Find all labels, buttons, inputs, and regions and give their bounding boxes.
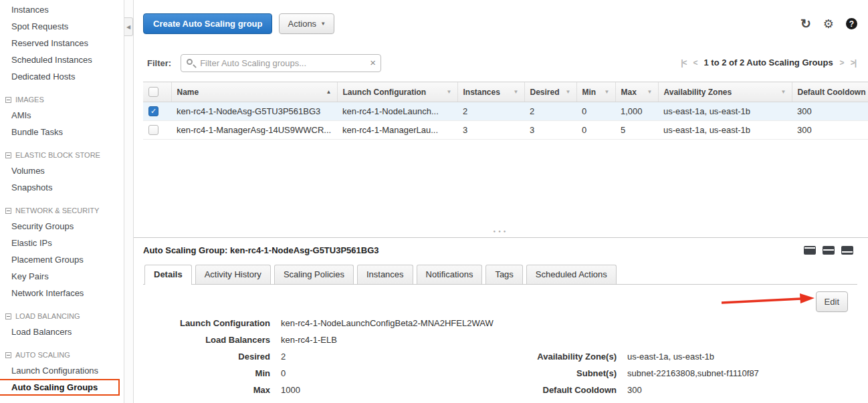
previous-page-icon[interactable]: < (693, 58, 697, 68)
filter-label: Filter: (147, 58, 171, 68)
field-label: Launch Configuration (146, 318, 270, 328)
filter-input[interactable] (181, 54, 381, 72)
help-icon[interactable]: ? (846, 18, 857, 29)
collapse-section-icon (5, 208, 11, 214)
row-checkbox[interactable] (148, 125, 158, 135)
sidebar-item-bundle-tasks[interactable]: Bundle Tasks (0, 124, 124, 140)
table-row[interactable]: ken-rc4-1-NodeAsg-G5TU3P561BG3 ken-rc4-1… (143, 102, 868, 121)
first-page-icon[interactable]: |< (681, 58, 686, 68)
sidebar-item-spot-requests[interactable]: Spot Requests (0, 18, 124, 35)
tab-tags[interactable]: Tags (485, 265, 522, 284)
sidebar-collapse-button[interactable]: ◀ (124, 17, 133, 36)
sidebar-item-load-balancers[interactable]: Load Balancers (0, 323, 124, 340)
column-header-min[interactable]: Min ▼ (576, 82, 615, 102)
sort-ascending-icon: ▲ (326, 89, 332, 95)
main-content: Create Auto Scaling group Actions ▼ ↻ ⚙ … (134, 0, 868, 403)
gear-icon[interactable]: ⚙ (823, 18, 834, 30)
details-header: Auto Scaling Group: ken-rc4-1-NodeAsg-G5… (143, 245, 857, 255)
tab-notifications[interactable]: Notifications (417, 265, 483, 284)
cell-min: 0 (576, 102, 615, 121)
tab-activity-history[interactable]: Activity History (195, 265, 271, 284)
last-page-icon[interactable]: >| (851, 58, 856, 68)
details-title: Auto Scaling Group: ken-rc4-1-NodeAsg-G5… (143, 245, 379, 255)
panel-resize-handle[interactable]: ●●● (494, 229, 509, 233)
sidebar-item-auto-scaling-groups[interactable]: Auto Scaling Groups (0, 379, 120, 396)
cell-desired: 2 (524, 102, 576, 121)
column-header-select-all[interactable] (143, 82, 171, 102)
sidebar-item-key-pairs[interactable]: Key Pairs (0, 268, 124, 285)
sidebar-item-launch-configurations[interactable]: Launch Configurations (0, 362, 124, 379)
sidebar: Instances Spot Requests Reserved Instanc… (0, 0, 124, 403)
edit-button[interactable]: Edit (816, 291, 848, 312)
sidebar-item-volumes[interactable]: Volumes (0, 162, 124, 179)
sidebar-section-auto-scaling[interactable]: AUTO SCALING (0, 347, 124, 362)
clear-filter-icon[interactable]: × (370, 57, 376, 68)
sidebar-item-dedicated-hosts[interactable]: Dedicated Hosts (0, 68, 124, 85)
field-launch-configuration: Launch Configuration ken-rc4-1-NodeLaunc… (146, 318, 857, 335)
sidebar-item-instances[interactable]: Instances (0, 1, 124, 18)
tab-instances[interactable]: Instances (357, 265, 413, 284)
sidebar-item-amis[interactable]: AMIs (0, 107, 124, 124)
create-auto-scaling-group-button[interactable]: Create Auto Scaling group (143, 13, 272, 34)
column-header-launch-configuration[interactable]: Launch Configuration ▼ (337, 82, 457, 102)
sort-caret-icon: ▼ (514, 89, 519, 95)
sidebar-item-scheduled-instances[interactable]: Scheduled Instances (0, 51, 124, 68)
layout-bottom-pane-icon[interactable] (841, 246, 853, 255)
sidebar-section-images[interactable]: IMAGES (0, 92, 124, 107)
layout-full-pane-icon[interactable] (804, 246, 816, 255)
row-checkbox-checked[interactable] (148, 106, 158, 116)
field-default-cooldown: Default Cooldown 300 (494, 385, 759, 402)
sidebar-item-network-interfaces[interactable]: Network Interfaces (0, 285, 124, 301)
cell-launch-configuration: ken-rc4-1-NodeLaunch... (337, 102, 457, 121)
cell-instances: 2 (457, 102, 524, 121)
column-header-default-cooldown[interactable]: Default Cooldown (792, 82, 868, 102)
utility-icons: ↻ ⚙ ? (800, 17, 857, 30)
layout-split-pane-icon[interactable] (823, 246, 835, 255)
sidebar-item-placement-groups[interactable]: Placement Groups (0, 251, 124, 268)
sidebar-section-load-balancing[interactable]: LOAD BALANCING (0, 308, 124, 323)
field-label: Subnet(s) (494, 368, 617, 378)
select-all-checkbox[interactable] (148, 87, 158, 97)
sidebar-section-label: IMAGES (15, 95, 44, 105)
field-value: 300 (627, 385, 642, 395)
column-header-max[interactable]: Max ▼ (615, 82, 658, 102)
column-header-instances[interactable]: Instances ▼ (457, 82, 524, 102)
sort-caret-icon: ▼ (566, 89, 571, 95)
sidebar-item-security-groups[interactable]: Security Groups (0, 218, 124, 235)
sidebar-splitter[interactable]: ◀ (124, 0, 134, 403)
actions-button-label: Actions (288, 19, 316, 29)
column-header-desired[interactable]: Desired ▼ (524, 82, 576, 102)
actions-button[interactable]: Actions ▼ (279, 13, 334, 34)
cell-select (143, 102, 171, 121)
sort-caret-icon: ▼ (447, 89, 452, 95)
sort-caret-icon: ▼ (781, 89, 786, 95)
cell-default-cooldown: 300 (792, 121, 868, 140)
sidebar-item-elastic-ips[interactable]: Elastic IPs (0, 235, 124, 251)
field-value: subnet-22163808,subnet-f1110f87 (627, 368, 759, 378)
column-label: Desired (530, 88, 560, 97)
tab-scheduled-actions[interactable]: Scheduled Actions (526, 265, 617, 284)
sidebar-section-network-security[interactable]: NETWORK & SECURITY (0, 203, 124, 218)
column-header-availability-zones[interactable]: Availability Zones ▼ (658, 82, 792, 102)
sidebar-section-label: LOAD BALANCING (15, 311, 80, 321)
sidebar-item-snapshots[interactable]: Snapshots (0, 179, 124, 196)
cell-default-cooldown: 300 (792, 102, 868, 121)
layout-toggle-icons (804, 246, 853, 255)
cell-max: 1,000 (615, 102, 658, 121)
sidebar-item-reserved-instances[interactable]: Reserved Instances (0, 35, 124, 51)
column-header-name[interactable]: Name ▲ (171, 82, 337, 102)
tab-scaling-policies[interactable]: Scaling Policies (274, 265, 354, 284)
pagination: |< < 1 to 2 of 2 Auto Scaling Groups > >… (681, 57, 856, 68)
sidebar-section-elastic-block-store[interactable]: ELASTIC BLOCK STORE (0, 147, 124, 162)
field-label: Load Balancers (146, 335, 270, 345)
field-value: 2 (281, 352, 286, 362)
cell-max: 5 (615, 121, 658, 140)
next-page-icon[interactable]: > (840, 58, 844, 68)
column-label: Min (582, 88, 596, 97)
tab-details[interactable]: Details (144, 265, 192, 284)
cell-name: ken-rc4-1-ManagerAsg-14US9WWCR... (171, 121, 337, 140)
refresh-icon[interactable]: ↻ (800, 17, 811, 30)
collapse-section-icon (5, 352, 11, 358)
filter-bar: Filter: × |< < 1 to 2 of 2 Auto Scaling … (143, 54, 868, 72)
table-row[interactable]: ken-rc4-1-ManagerAsg-14US9WWCR... ken-rc… (143, 121, 868, 140)
